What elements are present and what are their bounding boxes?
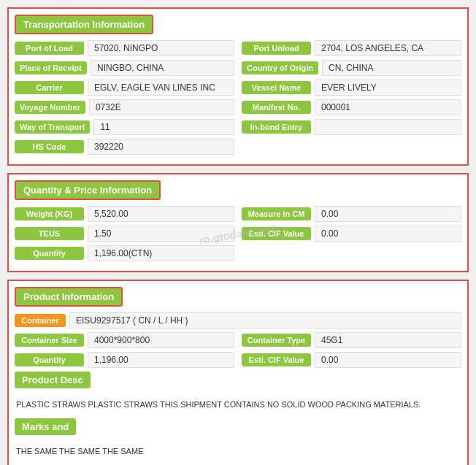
carrier-group: Carrier EGLV, EAGLE VAN LINES INC [15, 80, 234, 96]
product-esti-cif-value: 0.00 [315, 352, 461, 368]
vessel-name-group: Vessel Name EVER LIVELY [242, 80, 461, 96]
container-size-row: Container Size 4000*900*800 Container Ty… [15, 332, 461, 348]
measure-label: Measure in CM [242, 207, 311, 220]
container-label: Container [15, 314, 66, 327]
measure-value: 0.00 [315, 206, 461, 222]
product-qty-group: Quantity 1,196.00 [15, 352, 234, 368]
transportation-header: Transportation Information [15, 15, 153, 34]
port-of-load-label: Port of Load [15, 42, 84, 55]
esti-cif-group: Esti. CIF Value 0.00 [242, 226, 461, 242]
container-size-label: Container Size [15, 334, 84, 347]
voyage-row: Voyage Number 0732E Manifest No. 000001 [15, 99, 461, 115]
in-bond-entry-group: In-bond Entry [242, 119, 461, 135]
product-esti-cif-label: Esti. CIF Value [242, 353, 311, 366]
port-row: Port of Load 57020, NINGPO Port Unload 2… [15, 40, 461, 56]
weight-value: 5,520.00 [88, 206, 234, 222]
marks-and-label: Marks and [15, 418, 76, 435]
qty-label: Quantity [15, 247, 84, 260]
manifest-no-label: Manifest No. [242, 101, 311, 114]
country-of-origin-label: Country of Origin [242, 61, 318, 74]
teus-group: TEUS 1.50 [15, 226, 234, 242]
teus-label: TEUS [15, 227, 84, 240]
container-row: Container EISU9297517 ( CN / L / HH ) [15, 312, 461, 328]
container-value: EISU9297517 ( CN / L / HH ) [69, 312, 461, 328]
port-of-unload-value: 2704, LOS ANGELES, CA [315, 40, 461, 56]
product-desc-header-row: Product Desc [15, 372, 461, 393]
port-of-unload-label: Port Unload [242, 42, 311, 55]
quantity-header: Quantity & Price Information [15, 180, 161, 200]
hs-code-label: HS Code [15, 140, 84, 153]
place-of-receipt-group: Place of Receipt NINGBO, CHINA [15, 60, 234, 76]
country-of-origin-value: CN, CHINA [322, 60, 461, 76]
measure-group: Measure in CM 0.00 [242, 206, 461, 222]
quantity-section: Quantity & Price Information Weight (KG)… [7, 173, 469, 272]
place-of-receipt-label: Place of Receipt [15, 61, 87, 74]
hs-code-row: HS Code 392220 [15, 139, 461, 155]
product-qty-label: Quantity [15, 353, 84, 366]
way-of-transport-value: 11 [93, 119, 234, 135]
esti-cif-label: Esti. CIF Value [242, 227, 311, 240]
manifest-no-value: 000001 [315, 99, 461, 115]
marks-and-header-row: Marks and [15, 418, 461, 439]
hs-code-spacer [242, 139, 461, 155]
container-size-value: 4000*900*800 [88, 332, 234, 348]
product-header: Product Information [15, 287, 123, 307]
transportation-section: Transportation Information Port of Load … [7, 7, 469, 166]
qty-value: 1,196.00(CTN) [88, 245, 234, 261]
place-of-receipt-value: NINGBO, CHINA [91, 60, 234, 76]
hs-code-group: HS Code 392220 [15, 139, 234, 155]
in-bond-entry-label: In-bond Entry [242, 120, 311, 134]
marks-and-text: THE SAME THE SAME THE SAME [15, 442, 461, 461]
product-desc-text: PLASTIC STRAWS PLASTIC STRAWS THIS SHIPM… [15, 396, 461, 414]
voyage-number-group: Voyage Number 0732E [15, 99, 234, 115]
port-of-load-value: 57020, NINGPO [88, 40, 234, 56]
port-of-load-group: Port of Load 57020, NINGPO [15, 40, 234, 56]
container-type-group: Container Type 45G1 [242, 332, 461, 348]
qty-spacer [242, 245, 461, 261]
container-size-group: Container Size 4000*900*800 [15, 332, 234, 348]
carrier-label: Carrier [15, 81, 84, 94]
product-desc-label: Product Desc [15, 372, 91, 388]
qty-group: Quantity 1,196.00(CTN) [15, 245, 234, 261]
vessel-name-value: EVER LIVELY [315, 80, 461, 96]
receipt-row: Place of Receipt NINGBO, CHINA Country o… [15, 60, 461, 76]
voyage-number-value: 0732E [89, 99, 234, 115]
way-of-transport-group: Way of Transport 11 [15, 119, 234, 135]
teus-row: ro.gtodata.com TEUS 1.50 Esti. CIF Value… [15, 226, 461, 242]
manifest-no-group: Manifest No. 000001 [242, 99, 461, 115]
container-type-label: Container Type [242, 334, 311, 347]
weight-group: Weight (KG) 5,520.00 [15, 206, 234, 222]
carrier-row: Carrier EGLV, EAGLE VAN LINES INC Vessel… [15, 80, 461, 96]
product-esti-cif-group: Esti. CIF Value 0.00 [242, 352, 461, 368]
voyage-number-label: Voyage Number [15, 101, 85, 114]
in-bond-entry-value [315, 119, 461, 135]
weight-label: Weight (KG) [15, 207, 84, 220]
hs-code-value: 392220 [88, 139, 234, 155]
container-type-value: 45G1 [315, 332, 461, 348]
way-of-transport-label: Way of Transport [15, 120, 90, 134]
qty-row: Quantity 1,196.00(CTN) [15, 245, 461, 261]
country-of-origin-group: Country of Origin CN, CHINA [242, 60, 461, 76]
esti-cif-value: 0.00 [315, 226, 461, 242]
product-qty-row: Quantity 1,196.00 Esti. CIF Value 0.00 [15, 352, 461, 368]
product-section: Product Information Container EISU929751… [7, 280, 469, 465]
teus-value: 1.50 [88, 226, 234, 242]
transport-row: Way of Transport 11 In-bond Entry [15, 119, 461, 135]
product-qty-value: 1,196.00 [88, 352, 234, 368]
weight-row: Weight (KG) 5,520.00 Measure in CM 0.00 [15, 206, 461, 222]
carrier-value: EGLV, EAGLE VAN LINES INC [88, 80, 234, 96]
port-of-unload-group: Port Unload 2704, LOS ANGELES, CA [242, 40, 461, 56]
vessel-name-label: Vessel Name [242, 81, 311, 94]
